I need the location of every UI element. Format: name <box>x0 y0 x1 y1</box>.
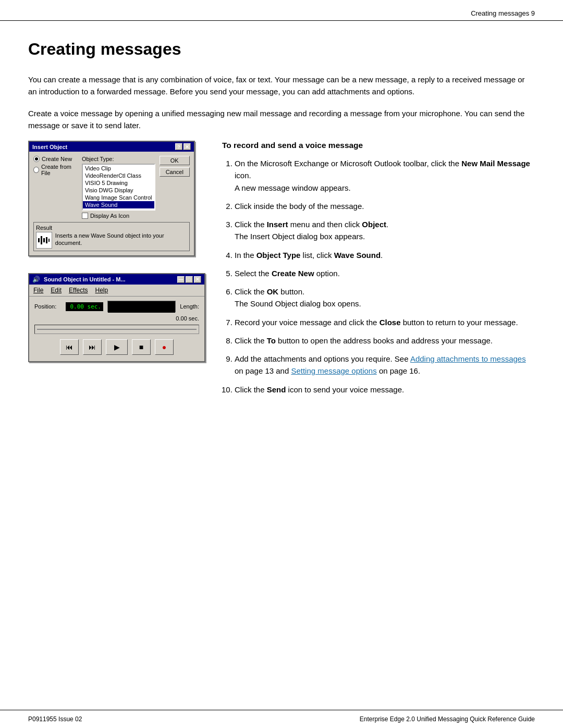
insert-dialog-close[interactable]: ✕ <box>183 143 191 150</box>
page-footer: P0911955 Issue 02 Enterprise Edge 2.0 Un… <box>0 710 563 728</box>
link-setting-options[interactable]: Setting message options <box>291 366 376 375</box>
sound-slider[interactable] <box>34 325 199 334</box>
sound-body: Position: 0.00 sec. Length: 0.00 sec. <box>29 297 204 361</box>
step-3: Click the Insert menu and then click Obj… <box>235 218 535 243</box>
sound-object-dialog: 🔊 Sound Object in Untitled - M... — □ ✕ … <box>28 273 205 362</box>
two-column-layout: Insert Object ? ✕ Create New <box>28 141 535 402</box>
sound-slider-row <box>34 325 199 334</box>
step-10-send: Send <box>267 385 286 394</box>
sound-controls-row: ⏮ ⏭ ▶ ■ ● <box>34 337 199 357</box>
step-6: Click the OK button. The Sound Object di… <box>235 286 535 310</box>
sound-time-row: Position: 0.00 sec. Length: <box>34 301 199 312</box>
object-type-label: Object Type: <box>82 156 155 162</box>
sound-minimize-btn[interactable]: — <box>177 276 185 283</box>
radio-create-from-file[interactable]: Create from File <box>33 164 78 176</box>
insert-dialog-titlebar: Insert Object ? ✕ <box>29 142 194 152</box>
sound-slider-track <box>37 329 197 330</box>
step-7: Record your voice message and click the … <box>235 316 535 328</box>
step-3-insert: Insert <box>267 220 288 229</box>
result-icon <box>36 232 52 249</box>
step-3-object: Object <box>362 220 386 229</box>
sound-length-row: 0.00 sec. <box>34 315 199 322</box>
svg-rect-5 <box>108 301 175 313</box>
display-as-icon-label: Display As Icon <box>90 213 129 219</box>
svg-rect-2 <box>43 238 45 242</box>
list-item-visio5[interactable]: VISIO 5 Drawing <box>83 179 154 187</box>
step-2: Click inside the body of the message. <box>235 200 535 212</box>
right-column: To record and send a voice message On th… <box>222 141 535 402</box>
page-content: Creating messages You can create a messa… <box>0 21 563 421</box>
svg-rect-4 <box>48 239 50 242</box>
sound-menu-file[interactable]: File <box>33 287 43 294</box>
radio-create-new-dot <box>33 156 40 162</box>
record-button[interactable]: ● <box>155 339 174 355</box>
left-column: Insert Object ? ✕ Create New <box>28 141 205 402</box>
insert-dialog-title: Insert Object <box>32 144 67 150</box>
sound-position-label: Position: <box>34 303 62 310</box>
fast-forward-button[interactable]: ⏭ <box>83 339 102 355</box>
section-heading: To record and send a voice message <box>222 141 535 150</box>
step-10: Click the Send icon to send your voice m… <box>235 384 535 396</box>
insert-dialog-row: Create New Create from File Object Type: <box>33 156 190 219</box>
object-type-listbox[interactable]: Video Clip VideoRenderCtl Class VISIO 5 … <box>82 164 155 211</box>
insert-dialog-buttons: OK Cancel <box>160 156 190 219</box>
cancel-button[interactable]: Cancel <box>160 167 190 177</box>
insert-dialog-body: Create New Create from File Object Type: <box>29 152 194 255</box>
step-4-object-type: Object Type <box>256 251 301 260</box>
result-box: Result <box>33 222 190 251</box>
insert-dialog-controls: ? ✕ <box>175 143 191 150</box>
list-item-wave-sound[interactable]: Wave Sound <box>83 201 154 208</box>
list-item-videorender[interactable]: VideoRenderCtl Class <box>83 172 154 179</box>
list-item-visiodwg[interactable]: Visio DWG Display <box>83 187 154 194</box>
sound-menu-edit[interactable]: Edit <box>51 287 62 294</box>
play-button[interactable]: ▶ <box>106 339 128 355</box>
step-5-create-new: Create New <box>272 269 314 278</box>
steps-list: On the Microsoft Exchange or Microsoft O… <box>222 157 535 396</box>
link-adding-attachments[interactable]: Adding attachments to messages <box>410 354 526 363</box>
list-item-wangscan[interactable]: Wang Image Scan Control <box>83 194 154 201</box>
stop-button[interactable]: ■ <box>132 339 151 355</box>
insert-dialog-question[interactable]: ? <box>175 143 182 150</box>
step-5: Select the Create New option. <box>235 267 535 279</box>
step-7-close: Close <box>380 318 401 327</box>
result-label: Result <box>36 225 187 231</box>
sound-dialog-titlebar: 🔊 Sound Object in Untitled - M... — □ ✕ <box>29 274 204 285</box>
step-1: On the Microsoft Exchange or Microsoft O… <box>235 157 535 194</box>
radio-create-from-file-label: Create from File <box>41 164 78 176</box>
step-1-bold: New Mail Message <box>461 159 530 168</box>
sound-menu-effects[interactable]: Effects <box>69 287 88 294</box>
sound-close-btn[interactable]: ✕ <box>194 276 201 283</box>
list-item-video-clip[interactable]: Video Clip <box>83 165 154 172</box>
sound-length-label: Length: <box>180 303 199 310</box>
step-8: Click the To button to open the address … <box>235 335 535 347</box>
ok-button[interactable]: OK <box>160 156 190 165</box>
sound-maximize-btn[interactable]: □ <box>186 276 193 283</box>
list-item-winhelp[interactable]: WinHelp Topic <box>83 208 154 211</box>
svg-rect-1 <box>41 236 42 244</box>
step-9: Add the attachments and options you requ… <box>235 353 535 377</box>
insert-object-dialog: Insert Object ? ✕ Create New <box>28 141 195 256</box>
page-header: Creating messages 9 <box>0 0 563 21</box>
step-4: In the Object Type list, click Wave Soun… <box>235 249 535 261</box>
sound-title-controls: — □ ✕ <box>177 276 201 283</box>
sound-length-value: 0.00 sec. <box>176 315 199 322</box>
radio-create-new-label: Create New <box>42 156 72 162</box>
svg-rect-0 <box>38 238 40 242</box>
result-text: Inserts a new Wave Sound object into you… <box>55 232 187 247</box>
sound-menu-help[interactable]: Help <box>95 287 108 294</box>
page-title: Creating messages <box>28 40 535 59</box>
sound-menu-bar: File Edit Effects Help <box>29 285 204 297</box>
step-4-wave-sound: Wave Sound <box>334 251 381 260</box>
intro-paragraph-1: You can create a message that is any com… <box>28 73 535 98</box>
header-text: Creating messages 9 <box>471 9 535 17</box>
radio-create-from-file-dot <box>33 167 39 173</box>
sound-waveform-display <box>107 301 176 312</box>
intro-paragraph-2: Create a voice message by opening a unif… <box>28 107 535 132</box>
display-as-icon-checkbox[interactable] <box>82 213 88 219</box>
result-content: Inserts a new Wave Sound object into you… <box>36 232 187 249</box>
rewind-button[interactable]: ⏮ <box>60 339 79 355</box>
step-1-sub: A new message window appears. <box>235 182 535 194</box>
wave-icon <box>38 234 50 246</box>
step-8-to: To <box>267 336 276 345</box>
radio-create-new[interactable]: Create New <box>33 156 78 162</box>
